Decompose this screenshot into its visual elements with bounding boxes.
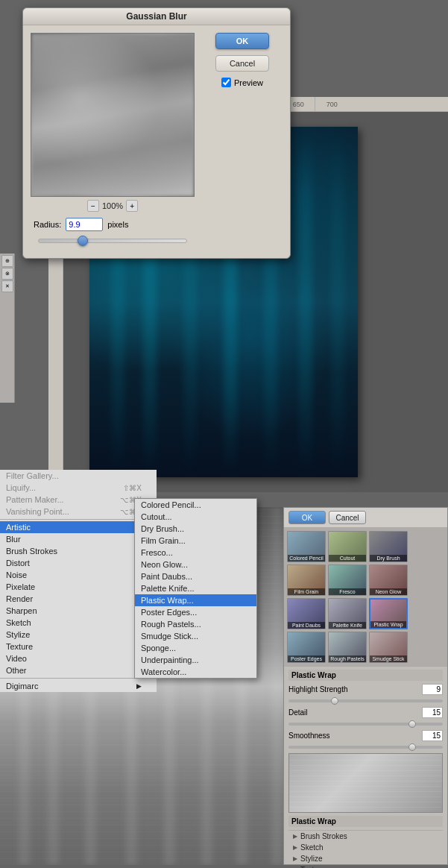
- filter-panel-header: OK Cancel: [284, 508, 447, 528]
- radius-slider-thumb[interactable]: [78, 236, 88, 246]
- highlight-strength-input[interactable]: [422, 684, 443, 695]
- underpainting-item[interactable]: Underpainting...: [135, 654, 256, 666]
- cutout-item[interactable]: Cutout...: [135, 511, 256, 523]
- colored-pencil-item[interactable]: Colored Pencil...: [135, 499, 256, 511]
- detail-slider[interactable]: [288, 723, 443, 726]
- pixels-label: pixels: [107, 220, 128, 229]
- blur-menu-item[interactable]: Blur ▶: [0, 533, 157, 545]
- plastic-wrap-item[interactable]: Plastic Wrap...: [135, 594, 256, 606]
- liquify-item[interactable]: Liquify... ⇧⌘X: [0, 482, 157, 494]
- palette-knife-item[interactable]: Palette Knife...: [135, 582, 256, 594]
- video-menu-item[interactable]: Video ▶: [0, 652, 157, 664]
- smoothness-slider[interactable]: [288, 746, 443, 749]
- zoom-percent: 100%: [102, 201, 123, 210]
- thumbnail-cutout[interactable]: Cutout: [328, 531, 367, 562]
- cat-texture[interactable]: ▶ Texture: [288, 864, 443, 868]
- thumbnail-film-grain[interactable]: Film Grain: [287, 564, 326, 596]
- poster-edges-item[interactable]: Poster Edges...: [135, 606, 256, 618]
- pattern-maker-item[interactable]: Pattern Maker... ⌥⌘X: [0, 494, 157, 506]
- brush-strokes-menu-item[interactable]: Brush Strokes ▶: [0, 545, 157, 557]
- vanishing-point-item[interactable]: Vanishing Point... ⌥⌘V: [0, 506, 157, 518]
- zoom-in-button[interactable]: +: [126, 200, 138, 212]
- detail-input[interactable]: [422, 707, 443, 718]
- thumbnail-dry-brush[interactable]: Dry Brush: [369, 531, 408, 562]
- detail-thumb[interactable]: [408, 720, 416, 728]
- dry-brush-item[interactable]: Dry Brush...: [135, 523, 256, 535]
- thumbnail-plastic-wrap[interactable]: Plastic Wrap: [369, 598, 408, 629]
- filter-panel-cancel-button[interactable]: Cancel: [329, 511, 366, 524]
- sharpen-menu-item[interactable]: Sharpen ▶: [0, 605, 157, 617]
- thumbnail-rough-pastels[interactable]: Rough Pastels: [328, 632, 367, 663]
- detail-label: Detail: [288, 708, 308, 717]
- digimarc-menu-item[interactable]: Digimarc ▶: [0, 680, 157, 692]
- filter-categories: ▶ Brush Strokes ▶ Sketch ▶ Stylize ▶ Tex…: [288, 830, 443, 868]
- stylize-menu-item[interactable]: Stylize ▶: [0, 629, 157, 641]
- filter-thumbnails: Colored Pencil Cutout Dry Brush Film Gra…: [284, 528, 447, 666]
- thumbnail-fresco[interactable]: Fresco: [328, 564, 367, 596]
- dialog-preview: [31, 33, 195, 197]
- cat-stylize[interactable]: ▶ Stylize: [288, 853, 443, 864]
- cancel-button[interactable]: Cancel: [215, 55, 269, 72]
- texture-menu-item[interactable]: Texture ▶: [0, 641, 157, 652]
- thumbnail-paint-daubs[interactable]: Paint Daubs: [287, 598, 326, 629]
- settings-title: Plastic Wrap: [288, 670, 443, 681]
- filter-menu: Filter Gallery... Liquify... ⇧⌘X Pattern…: [0, 470, 157, 692]
- radius-slider-track[interactable]: [38, 239, 187, 243]
- thumbnail-poster-edges[interactable]: Poster Edges: [287, 632, 326, 663]
- artistic-submenu: Colored Pencil... Cutout... Dry Brush...…: [134, 498, 257, 679]
- highlight-strength-label: Highlight Strength: [288, 685, 348, 694]
- fresco-item[interactable]: Fresco...: [135, 547, 256, 559]
- watercolor-item[interactable]: Watercolor...: [135, 666, 256, 678]
- smoothness-input[interactable]: [422, 730, 443, 741]
- thumbnail-palette-knife[interactable]: Palette Knife: [328, 598, 367, 629]
- tool-button-2[interactable]: ⊗: [1, 268, 13, 280]
- thumbnail-colored-pencil[interactable]: Colored Pencil: [287, 531, 326, 562]
- thumbnail-neon-glow[interactable]: Neon Glow: [369, 564, 408, 596]
- left-toolbar: ⊕ ⊗ ✕: [0, 254, 15, 403]
- highlight-strength-thumb[interactable]: [331, 697, 338, 705]
- tool-button-1[interactable]: ⊕: [1, 255, 13, 267]
- radius-label: Radius:: [34, 220, 61, 229]
- film-grain-item[interactable]: Film Grain...: [135, 535, 256, 547]
- sponge-item[interactable]: Sponge...: [135, 642, 256, 654]
- distort-menu-item[interactable]: Distort ▶: [0, 557, 157, 569]
- gaussian-blur-dialog: Gaussian Blur − 100% + Radius: pixels: [22, 7, 291, 259]
- cat-brush-strokes[interactable]: ▶ Brush Strokes: [288, 831, 443, 842]
- preview-label: Plastic Wrap: [288, 816, 443, 827]
- filter-settings: Plastic Wrap Highlight Strength Detail S…: [284, 666, 447, 868]
- rough-pastels-item[interactable]: Rough Pastels...: [135, 618, 256, 630]
- dialog-title: Gaussian Blur: [23, 8, 290, 25]
- preview-checkbox[interactable]: [221, 78, 231, 87]
- radius-input[interactable]: [66, 218, 103, 231]
- noise-menu-item[interactable]: Noise ▶: [0, 569, 157, 581]
- highlight-strength-slider[interactable]: [288, 699, 443, 702]
- smudge-stick-item[interactable]: Smudge Stick...: [135, 630, 256, 642]
- thumbnail-smudge-stick[interactable]: Smudge Stick: [369, 632, 408, 663]
- smoothness-label: Smoothness: [288, 732, 330, 740]
- paint-daubs-item[interactable]: Paint Daubs...: [135, 570, 256, 582]
- preview-label: Preview: [234, 78, 263, 87]
- zoom-out-button[interactable]: −: [87, 200, 99, 212]
- filter-panel: OK Cancel Colored Pencil Cutout Dry Brus…: [283, 507, 448, 865]
- pixelate-menu-item[interactable]: Pixelate ▶: [0, 581, 157, 593]
- other-menu-item[interactable]: Other ▶: [0, 664, 157, 676]
- filter-gallery-item[interactable]: Filter Gallery...: [0, 470, 157, 482]
- filter-panel-ok-button[interactable]: OK: [288, 511, 326, 524]
- ok-button[interactable]: OK: [215, 33, 269, 49]
- filter-large-preview: [288, 753, 443, 813]
- smoothness-thumb[interactable]: [408, 743, 416, 751]
- sketch-menu-item[interactable]: Sketch ▶: [0, 617, 157, 629]
- artistic-menu-item[interactable]: Artistic ▶: [0, 521, 157, 533]
- tool-button-3[interactable]: ✕: [1, 280, 13, 292]
- cat-sketch[interactable]: ▶ Sketch: [288, 842, 443, 853]
- render-menu-item[interactable]: Render ▶: [0, 593, 157, 605]
- neon-glow-item[interactable]: Neon Glow...: [135, 559, 256, 570]
